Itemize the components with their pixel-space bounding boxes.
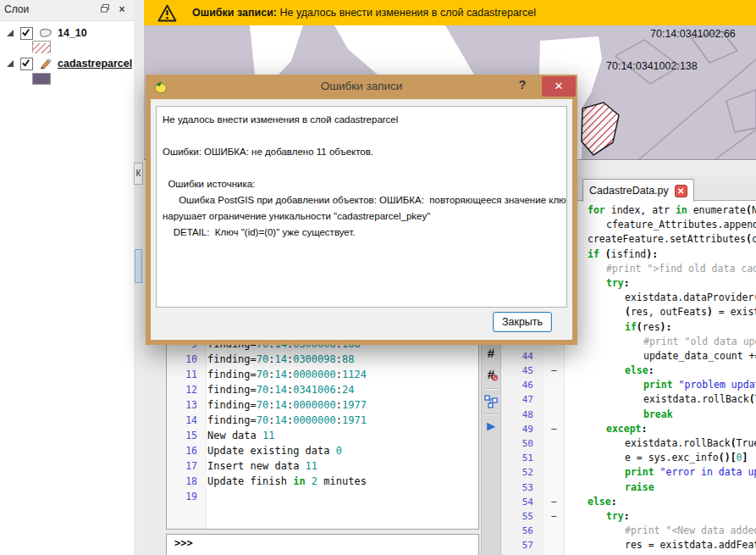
console-prompt: >>> bbox=[174, 537, 193, 549]
dialog-message-box: Не удалось внести изменения в слой cadas… bbox=[156, 106, 567, 308]
fold-marker bbox=[544, 524, 564, 538]
editor-code-line: 46print "problem updating da bbox=[501, 378, 756, 392]
fold-marker[interactable]: − bbox=[544, 495, 564, 509]
docked-panel-tab[interactable]: К bbox=[134, 163, 143, 185]
editor-code-line: 49−except: bbox=[501, 422, 756, 436]
message-bar-title: Ошибки записи: bbox=[192, 7, 277, 19]
layer-item-14-10[interactable]: 14_10 bbox=[0, 25, 87, 41]
expander-icon[interactable] bbox=[6, 29, 14, 37]
polygon-layer-icon bbox=[38, 27, 53, 39]
console-line: 15New data 11 bbox=[167, 428, 478, 443]
editor-code-line: 55−try: bbox=[501, 509, 756, 524]
write-errors-dialog: Ошибки записи ? ✕ Не удалось внести изме… bbox=[146, 75, 577, 345]
layer-label: 14_10 bbox=[58, 27, 87, 39]
fold-marker bbox=[544, 465, 564, 480]
fold-marker bbox=[544, 378, 564, 392]
dialog-titlebar[interactable]: Ошибки записи ? ✕ bbox=[146, 75, 577, 99]
editor-code-line: 50existdata.rollBack(True) bbox=[501, 436, 756, 451]
dialog-body: Не удалось внести изменения в слой cadas… bbox=[151, 99, 572, 340]
layer-checkbox[interactable] bbox=[20, 27, 33, 40]
console-line: 11finding=70:14:0000000:1124 bbox=[167, 367, 478, 382]
undock-panel-icon[interactable] bbox=[98, 3, 112, 17]
message-bar-text: Ошибки записи: Не удалось внести изменен… bbox=[192, 7, 536, 19]
fold-marker bbox=[544, 451, 564, 465]
editor-code-line: 52print "error in data updating bbox=[501, 465, 756, 480]
editor-code-line: 56#print "<New data added " + bbox=[501, 524, 756, 538]
parcel-label: 70:14:0341002:66 bbox=[650, 28, 736, 40]
console-line: 12finding=70:14:0341006:24 bbox=[167, 382, 478, 397]
console-line: 13finding=70:14:0000000:1977 bbox=[167, 397, 478, 413]
strip-scroll-handle[interactable] bbox=[135, 249, 142, 283]
console-line: 16Update existing data 0 bbox=[167, 443, 478, 458]
dialog-message-text: Не удалось внести изменения в слой cadas… bbox=[163, 112, 566, 241]
close-panel-icon[interactable]: × bbox=[115, 3, 129, 17]
layers-panel: Слои × 14_10 bbox=[0, 0, 135, 555]
toolbar-separator bbox=[483, 413, 499, 415]
console-input-field[interactable]: >>> bbox=[166, 534, 479, 555]
console-line: 19 bbox=[167, 489, 478, 504]
uncomment-code-icon[interactable]: #⊘ bbox=[482, 367, 500, 381]
console-lines: 9finding=70:14:0300006:16810finding=70:1… bbox=[167, 336, 478, 504]
layer-symbology-fill-swatch[interactable] bbox=[32, 73, 51, 85]
dialog-title: Ошибки записи bbox=[146, 80, 577, 92]
layer-symbology-hatch-swatch[interactable] bbox=[32, 41, 51, 53]
help-button[interactable]: ? bbox=[515, 78, 530, 95]
console-line: 17Insert new data 11 bbox=[167, 458, 478, 474]
editor-code-line: 47existdata.rollBack(True) bbox=[501, 392, 756, 407]
object-inspector-icon[interactable] bbox=[482, 395, 500, 412]
editor-tab-cadastredata[interactable]: CadastreData.py ✕ bbox=[582, 179, 694, 202]
fold-marker[interactable]: − bbox=[544, 422, 564, 436]
pencil-edit-icon bbox=[38, 58, 53, 69]
dialog-close-icon[interactable]: ✕ bbox=[542, 76, 576, 97]
fold-marker bbox=[544, 480, 564, 495]
qgis-window: Слои × 14_10 bbox=[0, 0, 756, 555]
expander-icon[interactable] bbox=[6, 59, 14, 68]
layer-checkbox[interactable] bbox=[20, 58, 33, 70]
error-message-bar[interactable]: Ошибки записи: Не удалось внести изменен… bbox=[144, 0, 756, 25]
toolbar-separator bbox=[483, 388, 499, 390]
editor-code-line: 53raise bbox=[501, 480, 756, 495]
fold-marker bbox=[544, 538, 564, 552]
editor-code-line: 54−else: bbox=[501, 495, 756, 509]
fold-marker[interactable]: − bbox=[544, 364, 564, 378]
console-line: 18Update finish in 2 minutes bbox=[167, 474, 478, 489]
editor-code-line: 57res = existdata.addFeature(cr bbox=[501, 538, 756, 552]
layer-item-cadastreparcel[interactable]: cadastreparcel bbox=[0, 56, 132, 71]
fold-marker bbox=[544, 349, 564, 364]
fold-marker[interactable]: − bbox=[544, 509, 564, 524]
layers-panel-header: Слои × bbox=[0, 0, 134, 21]
close-button[interactable]: Закрыть bbox=[493, 312, 552, 332]
editor-tab-label: CadastreData.py bbox=[589, 185, 669, 197]
editor-code-line: 51e = sys.exc_info()[0] bbox=[501, 451, 756, 465]
fold-marker bbox=[544, 436, 564, 451]
message-bar-detail: Не удалось внести изменения в слой cadas… bbox=[277, 7, 536, 19]
run-script-icon[interactable]: ▶ bbox=[482, 419, 500, 432]
parcel-label: 70:14:0341002:138 bbox=[606, 60, 698, 72]
tab-close-icon[interactable]: ✕ bbox=[675, 185, 687, 197]
layers-panel-title: Слои bbox=[4, 3, 29, 15]
fold-marker bbox=[544, 408, 564, 422]
editor-code-line: 44update_data_count += 1 bbox=[501, 349, 756, 364]
console-line: 14finding=70:14:0000000:1971 bbox=[167, 413, 478, 428]
editor-code-line: 45−else: bbox=[501, 364, 756, 378]
comment-code-icon[interactable]: # bbox=[482, 346, 500, 360]
editor-code-line: 48break bbox=[501, 408, 756, 422]
layer-label: cadastreparcel bbox=[58, 58, 132, 69]
warning-triangle-icon bbox=[157, 4, 177, 22]
fold-marker bbox=[544, 392, 564, 407]
console-line: 10finding=70:14:0300098:88 bbox=[167, 352, 478, 367]
